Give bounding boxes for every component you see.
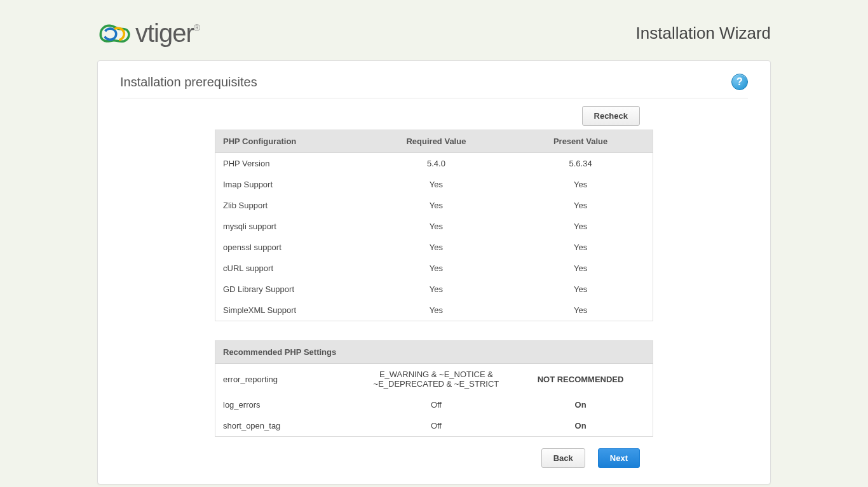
cfg-required: Yes xyxy=(364,258,508,279)
setting-name: log_errors xyxy=(215,394,364,415)
cfg-name: GD Library Support xyxy=(215,279,364,300)
cfg-present: Yes xyxy=(508,216,653,237)
prerequisites-card: Installation prerequisites ? Recheck PHP… xyxy=(97,60,771,484)
recommended-header: Recommended PHP Settings xyxy=(215,341,653,364)
back-button[interactable]: Back xyxy=(541,448,585,468)
vtiger-logo-icon xyxy=(97,20,132,48)
table-row: Zlib SupportYesYes xyxy=(215,195,653,216)
brand-text: vtiger® xyxy=(135,19,200,48)
cfg-name: Imap Support xyxy=(215,174,364,195)
recommended-settings-table: Recommended PHP Settings error_reporting… xyxy=(215,340,653,437)
table-row: log_errorsOffOn xyxy=(215,394,653,415)
table-row: short_open_tagOffOn xyxy=(215,415,653,437)
col-present: Present Value xyxy=(508,130,653,153)
card-title: Installation prerequisites xyxy=(120,75,257,90)
setting-present: NOT RECOMMENDED xyxy=(508,364,653,395)
table-row: openssl supportYesYes xyxy=(215,237,653,258)
setting-required: Off xyxy=(364,415,508,437)
cfg-required: Yes xyxy=(364,237,508,258)
cfg-required: Yes xyxy=(364,216,508,237)
table-row: mysqli supportYesYes xyxy=(215,216,653,237)
cfg-present: 5.6.34 xyxy=(508,153,653,175)
cfg-name: cURL support xyxy=(215,258,364,279)
setting-name: short_open_tag xyxy=(215,415,364,437)
table-row: cURL supportYesYes xyxy=(215,258,653,279)
php-config-table: PHP Configuration Required Value Present… xyxy=(215,130,653,321)
cfg-name: openssl support xyxy=(215,237,364,258)
setting-present: On xyxy=(508,415,653,437)
setting-present: On xyxy=(508,394,653,415)
col-required: Required Value xyxy=(364,130,508,153)
recheck-button[interactable]: Recheck xyxy=(582,106,640,126)
cfg-name: Zlib Support xyxy=(215,195,364,216)
table-row: PHP Version5.4.05.6.34 xyxy=(215,153,653,175)
logo: vtiger® xyxy=(97,19,200,48)
setting-required: E_WARNING & ~E_NOTICE & ~E_DEPRECATED & … xyxy=(364,364,508,395)
cfg-present: Yes xyxy=(508,174,653,195)
next-button[interactable]: Next xyxy=(598,448,640,468)
table-row: GD Library SupportYesYes xyxy=(215,279,653,300)
cfg-required: 5.4.0 xyxy=(364,153,508,175)
cfg-present: Yes xyxy=(508,195,653,216)
cfg-present: Yes xyxy=(508,258,653,279)
cfg-present: Yes xyxy=(508,300,653,321)
cfg-present: Yes xyxy=(508,279,653,300)
cfg-required: Yes xyxy=(364,279,508,300)
setting-required: Off xyxy=(364,394,508,415)
cfg-name: mysqli support xyxy=(215,216,364,237)
table-row: Imap SupportYesYes xyxy=(215,174,653,195)
table-row: SimpleXML SupportYesYes xyxy=(215,300,653,321)
cfg-required: Yes xyxy=(364,195,508,216)
wizard-title: Installation Wizard xyxy=(636,23,771,43)
col-php-config: PHP Configuration xyxy=(215,130,364,153)
cfg-present: Yes xyxy=(508,237,653,258)
cfg-required: Yes xyxy=(364,300,508,321)
cfg-required: Yes xyxy=(364,174,508,195)
setting-name: error_reporting xyxy=(215,364,364,395)
cfg-name: SimpleXML Support xyxy=(215,300,364,321)
table-row: error_reportingE_WARNING & ~E_NOTICE & ~… xyxy=(215,364,653,395)
help-icon[interactable]: ? xyxy=(731,74,748,90)
cfg-name: PHP Version xyxy=(215,153,364,175)
header: vtiger® Installation Wizard xyxy=(97,13,771,60)
